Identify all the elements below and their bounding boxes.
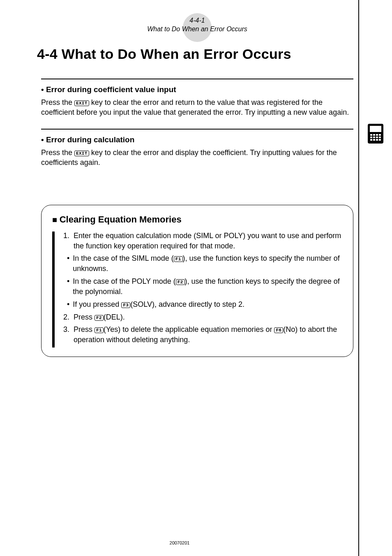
svg-rect-10 <box>370 139 372 141</box>
list-item: 2. Press F2(DEL). <box>61 312 342 322</box>
step-text: Press F1(Yes) to delete the applicable e… <box>74 324 342 345</box>
svg-rect-4 <box>376 134 378 136</box>
section-error-coeff-input: Error during coefficient value input Pre… <box>41 79 353 118</box>
text: Press the <box>41 148 74 157</box>
f3-key-icon: F3 <box>121 302 130 308</box>
text: (SOLV), advance directly to step 2. <box>130 300 244 308</box>
svg-rect-12 <box>376 139 378 141</box>
list-item: • In the case of the POLY mode (F2), use… <box>67 276 342 297</box>
text: In the case of the SIML mode ( <box>73 254 173 262</box>
bullet: • <box>67 253 69 274</box>
bullet: • <box>67 276 69 297</box>
sub-text: In the case of the SIML mode (F1), use t… <box>73 253 342 274</box>
box-title: Clearing Equation Memories <box>52 214 342 225</box>
f1-key-icon: F1 <box>95 327 104 333</box>
f1-key-icon: F1 <box>174 256 183 262</box>
box-content: 1. Enter the equation calculation mode (… <box>52 231 342 348</box>
step-number: 2. <box>61 312 69 322</box>
svg-rect-9 <box>379 137 381 138</box>
f2-key-icon: F2 <box>95 315 104 321</box>
body-paragraph: Press the EXIT key to clear the error an… <box>41 148 353 168</box>
svg-rect-11 <box>373 139 375 141</box>
section-error-calc: Error during calculation Press the EXIT … <box>41 129 353 168</box>
exit-key-icon: EXIT <box>74 151 89 156</box>
rule <box>41 79 353 79</box>
rule <box>41 129 353 130</box>
f6-key-icon: F6 <box>274 327 283 333</box>
page: 4-4-1 What to Do When an Error Occurs 4-… <box>0 0 392 556</box>
text: In the case of the POLY mode ( <box>73 277 175 285</box>
calculator-icon <box>367 123 384 144</box>
content-column: 4-4-1 What to Do When an Error Occurs 4-… <box>41 16 353 357</box>
text: Press <box>74 325 95 334</box>
f2-key-icon: F2 <box>176 279 185 285</box>
header-page-number: 4-4-1 <box>41 16 353 25</box>
svg-rect-7 <box>373 137 375 138</box>
sub-list: • In the case of the SIML mode (F1), use… <box>67 253 342 309</box>
svg-rect-3 <box>373 134 375 136</box>
page-border-right <box>358 0 359 556</box>
step-number: 1. <box>61 231 69 251</box>
header-subtitle: What to Do When an Error Occurs <box>41 25 353 34</box>
subsection-heading: Error during calculation <box>41 135 353 144</box>
text: If you pressed <box>73 300 121 308</box>
text: (DEL). <box>104 313 125 321</box>
list-item: 1. Enter the equation calculation mode (… <box>61 231 342 310</box>
footer-number: 20070201 <box>0 540 359 545</box>
text: Press <box>74 313 95 321</box>
svg-rect-5 <box>379 134 381 136</box>
body-paragraph: Press the EXIT key to clear the error an… <box>41 97 353 118</box>
svg-rect-2 <box>370 134 372 136</box>
bullet: • <box>67 299 69 310</box>
running-header: 4-4-1 What to Do When an Error Occurs <box>41 16 353 34</box>
text: (Yes) to delete the applicable equation … <box>104 325 274 334</box>
sidebar-rule <box>52 232 55 348</box>
step-number: 3. <box>61 324 69 345</box>
step-text: Press F2(DEL). <box>74 312 125 322</box>
procedure-list: 1. Enter the equation calculation mode (… <box>61 231 342 348</box>
svg-rect-13 <box>379 139 381 141</box>
procedure-box: Clearing Equation Memories 1. Enter the … <box>41 205 353 357</box>
list-item: • If you pressed F3(SOLV), advance direc… <box>67 299 342 310</box>
list-item: 3. Press F1(Yes) to delete the applicabl… <box>61 324 342 345</box>
svg-rect-6 <box>370 137 372 138</box>
svg-rect-8 <box>376 137 378 138</box>
sub-text: If you pressed F3(SOLV), advance directl… <box>73 299 244 310</box>
step-text: Enter the equation calculation mode (SIM… <box>74 231 342 251</box>
section-title: 4-4 What to Do When an Error Occurs <box>37 46 353 62</box>
text: Press the <box>41 98 74 107</box>
subsection-heading: Error during coefficient value input <box>41 85 353 94</box>
sub-text: In the case of the POLY mode (F2), use t… <box>73 276 342 297</box>
exit-key-icon: EXIT <box>74 100 89 106</box>
svg-rect-1 <box>370 126 381 132</box>
list-item: • In the case of the SIML mode (F1), use… <box>67 253 342 274</box>
